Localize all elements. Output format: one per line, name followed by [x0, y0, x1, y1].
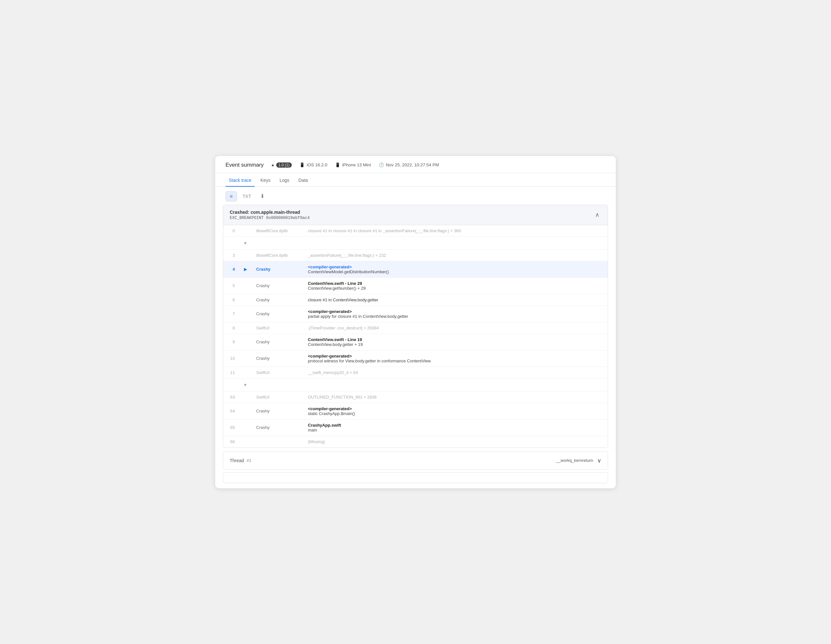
frame-function: <compiler-generated>protocol witness for… — [303, 350, 608, 367]
frame-library: Crashy — [252, 261, 303, 277]
frame-number: 10 — [223, 350, 239, 367]
frame-number: 65 — [223, 419, 239, 436]
tab-stack-trace[interactable]: Stack trace — [226, 173, 255, 187]
collapsed-frames-indicator[interactable]: ▾ — [223, 237, 608, 249]
table-row[interactable]: 0libswiftCore.dylibclosure #1 in closure… — [223, 225, 608, 237]
table-row[interactable]: 6Crashyclosure #1 in ContentView.body.ge… — [223, 294, 608, 305]
frame-arrow — [239, 436, 252, 447]
page-title: Event summary — [226, 162, 264, 168]
stack-table: 0libswiftCore.dylibclosure #1 in closure… — [223, 225, 608, 447]
frame-function: -[TimeProvider .cxx_destruct] + 29384 — [303, 322, 608, 334]
frame-arrow — [239, 367, 252, 378]
frame-library: Crashy — [252, 403, 303, 419]
frame-library: Crashy — [252, 334, 303, 350]
os-meta: 📱 iOS 16.2.0 — [299, 162, 327, 167]
download-icon: ⬇ — [260, 193, 264, 200]
table-row[interactable]: 10Crashy<compiler-generated>protocol wit… — [223, 350, 608, 367]
frame-arrow — [239, 277, 252, 294]
frame-number: 6 — [223, 294, 239, 305]
frame-number: 4 — [223, 261, 239, 277]
version-icon: ● — [271, 162, 274, 168]
frame-function: <compiler-generated>static CrashyApp.$ma… — [303, 403, 608, 419]
frame-function: ContentView.swift - Line 29ContentView.g… — [303, 277, 608, 294]
table-row[interactable]: 4▶Crashy<compiler-generated>ContentViewM… — [223, 261, 608, 277]
frame-arrow — [239, 334, 252, 350]
os-label: iOS 16.2.0 — [307, 162, 327, 167]
frame-number: 64 — [223, 403, 239, 419]
frame-library: SwiftUI — [252, 367, 303, 378]
frame-function: CrashyApp.swiftmain — [303, 419, 608, 436]
frame-library: Crashy — [252, 277, 303, 294]
frame-library: Crashy — [252, 350, 303, 367]
frame-library: libswiftCore.dylib — [252, 249, 303, 261]
frame-function: closure #1 in ContentView.body.getter — [303, 294, 608, 305]
collapsed-frames-indicator[interactable]: ▾ — [223, 378, 608, 391]
frame-arrow — [239, 322, 252, 334]
download-button[interactable]: ⬇ — [256, 191, 268, 202]
frame-number: 5 — [223, 277, 239, 294]
crash-header: Crashed: com.apple.main-thread EXC_BREAK… — [223, 205, 608, 225]
frame-library: Crashy — [252, 294, 303, 305]
table-row[interactable]: 65CrashyCrashyApp.swiftmain — [223, 419, 608, 436]
frame-library: SwiftUI — [252, 391, 303, 403]
clock-icon: 🕐 — [379, 162, 384, 167]
frame-number: 9 — [223, 334, 239, 350]
crash-header-text: Crashed: com.apple.main-thread EXC_BREAK… — [230, 210, 310, 220]
version-meta: ● 1.0 (1) — [271, 162, 292, 168]
frame-arrow — [239, 403, 252, 419]
frame-arrow — [239, 391, 252, 403]
table-row[interactable]: 11SwiftUI__swift_memcpy20_4 + 64 — [223, 367, 608, 378]
table-row[interactable]: 7Crashy<compiler-generated>partial apply… — [223, 305, 608, 322]
frame-function: (Missing) — [303, 436, 608, 447]
list-view-button[interactable]: ≡ — [226, 191, 237, 202]
frame-number: 3 — [223, 249, 239, 261]
table-row[interactable]: 64Crashy<compiler-generated>static Crash… — [223, 403, 608, 419]
frame-number: 66 — [223, 436, 239, 447]
main-card: Event summary ● 1.0 (1) 📱 iOS 16.2.0 📱 i… — [215, 156, 616, 488]
frame-function: <compiler-generated>ContentViewModel.get… — [303, 261, 608, 277]
frame-library: Crashy — [252, 419, 303, 436]
chevron-down-icon[interactable]: ∨ — [597, 457, 601, 464]
version-badge: 1.0 (1) — [276, 162, 292, 168]
table-row[interactable]: 5CrashyContentView.swift - Line 29Conten… — [223, 277, 608, 294]
frame-library: libswiftCore.dylib — [252, 225, 303, 237]
thread-text: Thread — [230, 458, 244, 463]
table-row[interactable]: 3libswiftCore.dylib_assertionFailure(_:_… — [223, 249, 608, 261]
frame-function: <compiler-generated>partial apply for cl… — [303, 305, 608, 322]
table-row[interactable]: 9CrashyContentView.swift - Line 19Conten… — [223, 334, 608, 350]
tab-data[interactable]: Data — [295, 173, 312, 187]
bottom-thread-bar — [223, 472, 608, 483]
device-label: iPhone 13 Mini — [342, 162, 371, 167]
thread-bar: Thread #1 __workq_kernreturn ∨ — [223, 452, 608, 470]
txt-button[interactable]: TXT — [241, 191, 253, 202]
frame-function: closure #1 in closure #1 in closure #1 i… — [303, 225, 608, 237]
toolbar: ≡ TXT ⬇ — [215, 187, 616, 205]
device-meta: 📱 iPhone 13 Mini — [335, 162, 371, 167]
crash-subtitle: EXC_BREAKPOINT 0x000000019ebf9ac4 — [230, 216, 310, 220]
frame-arrow — [239, 350, 252, 367]
frame-arrow — [239, 225, 252, 237]
frame-library — [252, 436, 303, 447]
os-icon: 📱 — [299, 162, 305, 167]
frame-arrow — [239, 419, 252, 436]
frame-number: 63 — [223, 391, 239, 403]
timestamp-label: Nov 25, 2022, 10:27:54 PM — [386, 162, 439, 167]
tabs-bar: Stack trace Keys Logs Data — [215, 173, 616, 187]
frame-function: __swift_memcpy20_4 + 64 — [303, 367, 608, 378]
timestamp-meta: 🕐 Nov 25, 2022, 10:27:54 PM — [379, 162, 439, 167]
frame-library: Crashy — [252, 305, 303, 322]
frame-library: SwiftUI — [252, 322, 303, 334]
tab-keys[interactable]: Keys — [257, 173, 274, 187]
tab-logs[interactable]: Logs — [276, 173, 292, 187]
table-row[interactable]: 63SwiftUIOUTLINED_FUNCTION_901 + 2836 — [223, 391, 608, 403]
frame-function: OUTLINED_FUNCTION_901 + 2836 — [303, 391, 608, 403]
frame-arrow — [239, 249, 252, 261]
frame-number: 7 — [223, 305, 239, 322]
frame-number: 8 — [223, 322, 239, 334]
frame-number: 11 — [223, 367, 239, 378]
collapse-button[interactable]: ∧ — [593, 211, 601, 218]
table-row[interactable]: 8SwiftUI-[TimeProvider .cxx_destruct] + … — [223, 322, 608, 334]
top-bar: Event summary ● 1.0 (1) 📱 iOS 16.2.0 📱 i… — [215, 156, 616, 173]
device-icon: 📱 — [335, 162, 340, 167]
table-row[interactable]: 66(Missing) — [223, 436, 608, 447]
